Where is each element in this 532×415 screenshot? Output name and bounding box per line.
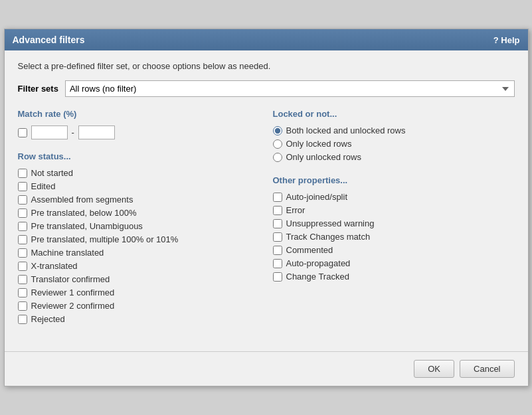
other-prop-checkbox-7[interactable]	[273, 272, 282, 282]
row-status-checkbox-9[interactable]	[18, 275, 27, 284]
other-properties-title: Other properties...	[273, 175, 515, 185]
title-bar: Advanced filters ? Help	[5, 29, 528, 50]
other-prop-item-2: Error	[273, 205, 515, 215]
other-prop-label-6: Auto-propagated	[286, 258, 351, 268]
match-rate-title: Match rate (%)	[18, 109, 260, 119]
locked-radio-3: Only unlocked rows	[273, 152, 515, 162]
dialog-footer: OK Cancel	[5, 351, 528, 386]
row-status-item-12: Rejected	[18, 314, 260, 324]
match-rate-row: 0 - 99	[18, 125, 260, 139]
other-properties-section: Other properties... Auto-joined/split Er…	[273, 175, 515, 282]
filter-sets-select[interactable]: All rows (no filter) Not started Needs e…	[65, 80, 515, 97]
row-status-item-10: Reviewer 1 confirmed	[18, 288, 260, 297]
row-status-checkbox-1[interactable]	[18, 169, 27, 178]
row-status-label-3: Assembled from segments	[31, 195, 133, 205]
main-content: Match rate (%) 0 - 99 Row status... Not …	[18, 109, 515, 327]
row-status-label-12: Rejected	[31, 314, 65, 324]
other-prop-checkbox-2[interactable]	[273, 206, 282, 215]
row-status-item-2: Edited	[18, 181, 260, 191]
row-status-checkbox-4[interactable]	[18, 208, 27, 218]
other-prop-checkbox-1[interactable]	[273, 193, 282, 202]
other-prop-label-2: Error	[286, 205, 306, 215]
row-status-checkbox-11[interactable]	[18, 301, 27, 311]
other-prop-label-5: Commented	[286, 245, 333, 255]
locked-radio-locked[interactable]	[273, 139, 282, 149]
row-status-label-9: Translator confirmed	[31, 274, 110, 284]
row-status-label-2: Edited	[31, 181, 56, 191]
row-status-checkbox-10[interactable]	[18, 288, 27, 297]
row-status-item-11: Reviewer 2 confirmed	[18, 301, 260, 311]
row-status-item-3: Assembled from segments	[18, 195, 260, 205]
other-prop-item-3: Unsuppressed warning	[273, 218, 515, 228]
locked-section: Locked or not... Both locked and unlocke…	[273, 109, 515, 162]
row-status-label-11: Reviewer 2 confirmed	[31, 301, 115, 311]
row-status-item-4: Pre translated, below 100%	[18, 208, 260, 218]
locked-title: Locked or not...	[273, 109, 515, 119]
other-prop-checkbox-6[interactable]	[273, 259, 282, 268]
row-status-item-7: Machine translated	[18, 248, 260, 258]
locked-radio-2: Only locked rows	[273, 139, 515, 149]
other-prop-item-1: Auto-joined/split	[273, 192, 515, 202]
ok-button[interactable]: OK	[414, 360, 454, 378]
match-rate-max[interactable]: 99	[78, 125, 115, 139]
row-status-label-1: Not started	[31, 168, 74, 178]
match-rate-separator: -	[72, 127, 74, 137]
row-status-label-8: X-translated	[31, 261, 78, 271]
dialog-body: Select a pre-defined filter set, or choo…	[5, 50, 528, 338]
advanced-filters-dialog: Advanced filters ? Help Select a pre-def…	[4, 29, 529, 386]
row-status-label-6: Pre translated, multiple 100% or 101%	[31, 234, 179, 244]
other-prop-label-7: Change Tracked	[286, 272, 349, 282]
locked-radio-both[interactable]	[273, 126, 282, 135]
locked-label-unlocked: Only unlocked rows	[286, 152, 361, 162]
row-status-item-6: Pre translated, multiple 100% or 101%	[18, 234, 260, 244]
locked-radio-unlocked[interactable]	[273, 153, 282, 162]
row-status-title: Row status...	[18, 151, 260, 161]
row-status-checkbox-2[interactable]	[18, 182, 27, 191]
other-prop-label-1: Auto-joined/split	[286, 192, 348, 202]
other-prop-label-4: Track Changes match	[286, 232, 371, 242]
other-prop-checkbox-3[interactable]	[273, 219, 282, 228]
row-status-label-10: Reviewer 1 confirmed	[31, 288, 115, 297]
other-prop-item-6: Auto-propagated	[273, 258, 515, 268]
help-link[interactable]: ? Help	[493, 35, 520, 45]
row-status-checkbox-3[interactable]	[18, 195, 27, 205]
other-prop-item-4: Track Changes match	[273, 232, 515, 242]
other-prop-label-3: Unsuppressed warning	[286, 218, 375, 228]
other-prop-checkbox-5[interactable]	[273, 246, 282, 255]
row-status-checkbox-7[interactable]	[18, 248, 27, 258]
other-prop-item-7: Change Tracked	[273, 272, 515, 282]
row-status-label-7: Machine translated	[31, 248, 104, 258]
row-status-item-5: Pre translated, Unambiguous	[18, 221, 260, 231]
filter-sets-label: Filter sets	[18, 84, 58, 94]
row-status-item-1: Not started	[18, 168, 260, 178]
description-text: Select a pre-defined filter set, or choo…	[18, 61, 515, 71]
locked-radio-1: Both locked and unlocked rows	[273, 125, 515, 135]
row-status-checkbox-6[interactable]	[18, 235, 27, 244]
row-status-item-9: Translator confirmed	[18, 274, 260, 284]
match-rate-min[interactable]: 0	[31, 125, 68, 139]
match-rate-checkbox[interactable]	[18, 128, 27, 137]
filter-sets-row: Filter sets All rows (no filter) Not sta…	[18, 80, 515, 97]
other-prop-item-5: Commented	[273, 245, 515, 255]
cancel-button[interactable]: Cancel	[460, 360, 514, 378]
row-status-checkbox-5[interactable]	[18, 222, 27, 231]
row-status-checkbox-8[interactable]	[18, 262, 27, 271]
row-status-item-8: X-translated	[18, 261, 260, 271]
other-prop-checkbox-4[interactable]	[273, 232, 282, 242]
left-panel: Match rate (%) 0 - 99 Row status... Not …	[18, 109, 260, 327]
locked-label-locked: Only locked rows	[286, 139, 352, 149]
row-status-checkbox-12[interactable]	[18, 315, 27, 324]
dialog-title: Advanced filters	[13, 35, 85, 45]
row-status-label-5: Pre translated, Unambiguous	[31, 221, 143, 231]
locked-label-both: Both locked and unlocked rows	[286, 125, 406, 135]
row-status-label-4: Pre translated, below 100%	[31, 208, 137, 218]
right-panel: Locked or not... Both locked and unlocke…	[273, 109, 515, 327]
